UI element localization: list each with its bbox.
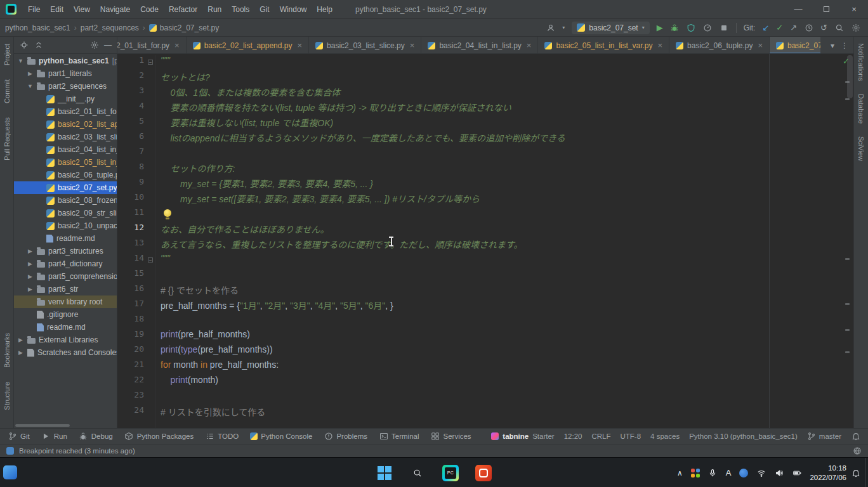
tray-app-icon[interactable] — [691, 469, 700, 477]
tree-item-part4-dictionary[interactable]: ▶part4_dictionary — [14, 257, 117, 270]
code-line[interactable]: あえて言うなら、重複したリストを整理するのに便利です。ただし、順序は破壊されます… — [156, 238, 845, 253]
line-number[interactable]: 3 — [117, 86, 155, 101]
tree-item-basic2-03-list-slice-py[interactable]: basic2_03_list_slice.py — [14, 131, 117, 143]
code-line[interactable]: セットとは? — [156, 70, 845, 86]
close-tab-icon[interactable]: × — [410, 41, 415, 50]
tool-window-button-todo[interactable]: TODO — [205, 432, 239, 441]
code-line[interactable] — [156, 314, 845, 329]
line-number[interactable]: 11 — [117, 207, 155, 223]
code-line[interactable]: print(pre_half_months) — [156, 329, 845, 344]
menu-navigate[interactable]: Navigate — [95, 0, 135, 19]
code-line[interactable] — [156, 390, 845, 405]
tool-stripe-structure[interactable]: Structure — [3, 382, 11, 410]
tree-item-basic2-01-list-for-py[interactable]: basic2_01_list_for.py — [14, 105, 117, 118]
tree-item-readme-md[interactable]: readme.md — [14, 321, 117, 334]
tray-overflow-chevron[interactable]: ∧ — [677, 469, 683, 477]
tree-expand-arrow[interactable]: ▶ — [27, 248, 34, 254]
git-update-button[interactable]: ↙ — [762, 23, 769, 32]
tree-item-part6-str[interactable]: ▶part6_str — [14, 283, 117, 295]
panel-options-icon[interactable] — [89, 41, 99, 50]
status-widget-python-3-10-python-basic-sec1[interactable]: Python 3.10 (python_basic_sec1) — [689, 432, 798, 440]
code-line[interactable] — [156, 207, 845, 223]
line-number[interactable]: 17 — [117, 299, 155, 314]
hide-panel-icon[interactable]: — — [104, 41, 112, 49]
profiler-button[interactable] — [703, 23, 713, 32]
tree-item-basic2-06-tuple-py[interactable]: basic2_06_tuple.py — [14, 169, 117, 181]
tool-window-button-problems[interactable]: Problems — [324, 432, 367, 441]
tree-item-scratches-and-consoles[interactable]: ▶Scratches and Consoles — [14, 346, 117, 359]
horizontal-scrollbar[interactable] — [15, 424, 70, 427]
editor-scrollbar[interactable] — [847, 55, 853, 98]
debug-button[interactable] — [670, 23, 680, 32]
stop-button[interactable] — [720, 23, 729, 32]
fold-marker-icon[interactable]: – — [148, 60, 153, 65]
taskbar-pycharm-button[interactable] — [440, 462, 461, 484]
rollback-button[interactable]: ↺ — [820, 23, 827, 32]
code-line[interactable]: my_set = set([要素1, 要素2, 要素3, 要素4, 要素5, .… — [156, 192, 845, 207]
tree-item-basic2-07-set-py[interactable]: basic2_07_set.py — [14, 181, 117, 194]
menu-edit[interactable]: Edit — [45, 0, 69, 19]
tree-expand-arrow[interactable]: ▶ — [27, 273, 34, 280]
menu-git[interactable]: Git — [254, 0, 274, 19]
tree-expand-arrow[interactable]: ▶ — [27, 286, 34, 292]
status-widget-crlf[interactable]: CRLF — [591, 432, 610, 440]
line-number[interactable]: 15 — [117, 268, 155, 283]
volume-icon[interactable] — [774, 468, 784, 477]
line-number[interactable]: 13 — [117, 238, 155, 253]
tool-stripe-bookmarks[interactable]: Bookmarks — [3, 333, 11, 368]
tree-item-basic2-05-list-in-list-var-py[interactable]: basic2_05_list_in_list_var.py — [14, 156, 117, 169]
tabnine-widget[interactable]: tabnineStarter — [491, 432, 554, 440]
tool-window-button-python-packages[interactable]: Python Packages — [124, 432, 194, 441]
code-line[interactable]: 要素の順番情報を持たない(list, tuple 等は持つ) -> 取り出すとき… — [156, 101, 845, 116]
tree-item-readme-md[interactable]: readme.md — [14, 232, 117, 245]
line-number[interactable]: 2 — [117, 70, 155, 86]
git-push-button[interactable]: ↗ — [790, 23, 797, 32]
line-number[interactable]: 4 — [117, 101, 155, 116]
microphone-icon[interactable] — [708, 468, 718, 477]
tool-stripe-database[interactable]: Database — [857, 94, 865, 124]
maximize-button[interactable] — [812, 0, 840, 18]
git-commit-button[interactable]: ✓ — [776, 23, 783, 32]
intention-bulb-icon[interactable] — [163, 209, 172, 219]
code-line[interactable]: # リストを引数にして作る — [156, 405, 845, 420]
line-number[interactable]: 24 — [117, 405, 155, 420]
code-area[interactable]: """セットとは? 0個、1個、または複数の要素を含む集合体 要素の順番情報を持… — [156, 55, 845, 428]
taskbar-search-button[interactable] — [407, 462, 428, 484]
tool-stripe-sciview[interactable]: SciView — [857, 136, 865, 161]
code-line[interactable]: listのappendに相当するようなメソッドがあり、一度定義したあとでも、要素… — [156, 131, 845, 146]
tree-item-python-basic-sec1[interactable]: ▼python_basic_sec1 [python_basic_sec1] — [14, 55, 117, 67]
editor-tab-basic2-03-list-slice-py[interactable]: basic2_03_list_slice.py× — [309, 37, 421, 54]
menu-refactor[interactable]: Refactor — [164, 0, 202, 19]
line-number[interactable]: 16 — [117, 283, 155, 299]
tool-stripe-notifications[interactable]: Notifications — [857, 43, 865, 81]
close-tab-icon[interactable]: × — [658, 41, 663, 50]
tree-expand-arrow[interactable]: ▶ — [17, 337, 24, 343]
breadcrumb-item-part2-sequences[interactable]: part2_sequences — [81, 23, 139, 32]
line-number[interactable]: 22 — [117, 375, 155, 390]
close-button[interactable]: × — [840, 0, 868, 18]
code-line[interactable]: """ — [156, 253, 845, 268]
line-number[interactable]: 23 — [117, 390, 155, 405]
editor-tab-basic2-02-list-append-py[interactable]: basic2_02_list_append.py× — [187, 37, 309, 54]
line-number[interactable]: 10 — [117, 192, 155, 207]
tool-window-button-debug[interactable]: Debug — [79, 432, 113, 441]
menu-window[interactable]: Window — [275, 0, 312, 19]
editor-tab-basic2-04-list-in-list-py[interactable]: basic2_04_list_in_list.py× — [421, 37, 538, 54]
menu-help[interactable]: Help — [312, 0, 338, 19]
close-tab-icon[interactable]: × — [297, 41, 302, 50]
coverage-button[interactable] — [687, 23, 696, 32]
menu-run[interactable]: Run — [202, 0, 227, 19]
tab-options-icon[interactable]: ⋮ — [841, 41, 848, 50]
tool-window-button-terminal[interactable]: Terminal — [379, 432, 419, 441]
tree-collapse-arrow[interactable]: ▼ — [17, 58, 24, 64]
editor-tab-basic2-05-list-in-list-var-py[interactable]: basic2_05_list_in_list_var.py× — [538, 37, 669, 54]
line-number[interactable]: 19 — [117, 329, 155, 344]
tree-item-part5-comprehension[interactable]: ▶part5_comprehension — [14, 270, 117, 283]
code-line[interactable]: なお、自分で作ることはほぼありません。 — [156, 223, 845, 238]
tree-item-external-libraries[interactable]: ▶External Libraries — [14, 334, 117, 346]
code-line[interactable]: 要素は重複しない(list, tuple では重複OK) — [156, 116, 845, 131]
tree-item-gitignore[interactable]: .gitignore — [14, 308, 117, 321]
wifi-icon[interactable] — [756, 468, 766, 477]
code-with-me-icon[interactable] — [546, 23, 555, 32]
widgets-icon[interactable] — [3, 465, 17, 479]
